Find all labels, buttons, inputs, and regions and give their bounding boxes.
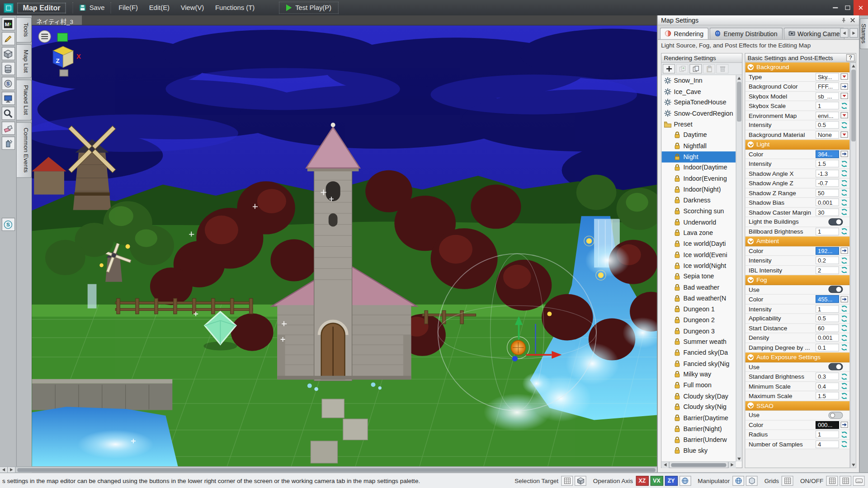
spinner-control-icon[interactable]	[840, 188, 849, 197]
section-background[interactable]: Background	[745, 62, 850, 72]
render-setting-fancied-sky-da[interactable]: Fancied sky(Da	[661, 347, 736, 358]
arrow-control-icon[interactable]	[840, 82, 849, 90]
tab-scroll-left-icon[interactable]	[840, 28, 849, 38]
toggle-auto-exposure-settings-use[interactable]	[828, 363, 843, 371]
map-settings-tab-working-came[interactable]: Working Came	[783, 28, 845, 39]
side-tab-tools[interactable]: Tools	[17, 17, 32, 42]
render-setting-lava-zone[interactable]: Lava zone	[661, 227, 736, 238]
pencil-tool-icon[interactable]	[1, 32, 15, 45]
spinner-control-icon[interactable]	[840, 198, 849, 206]
list-scroll-left-icon[interactable]	[661, 462, 669, 468]
mode-icon[interactable]	[1, 17, 15, 30]
snap-tool-icon[interactable]	[1, 218, 15, 231]
render-setting-sepiatonedhouse[interactable]: SepiaTonedHouse	[661, 97, 736, 108]
value-background-environment-map[interactable]: envi...	[816, 112, 839, 119]
render-setting-bad-weather-n[interactable]: Bad weather(N	[661, 293, 736, 304]
value-auto-exposure-settings-maximum-scale[interactable]: 1.5	[816, 392, 839, 399]
render-setting-cloudy-sky-nig[interactable]: Cloudy sky(Nig	[661, 402, 736, 413]
render-setting-indoor-night[interactable]: Indoor(Night)	[661, 184, 736, 195]
scroll-left-icon[interactable]	[0, 467, 8, 473]
arrow-control-icon[interactable]	[840, 295, 849, 303]
render-setting-milky-way[interactable]: Milky way	[661, 369, 736, 380]
section-ambient[interactable]: Ambient	[745, 236, 850, 246]
spinner-control-icon[interactable]	[840, 333, 849, 342]
list-scroll-right-icon[interactable]	[728, 462, 736, 468]
spinner-control-icon[interactable]	[840, 121, 849, 129]
spinner-control-icon[interactable]	[840, 324, 849, 332]
test-play-button[interactable]: Test Play(P)	[279, 2, 339, 14]
section-light[interactable]: Light	[745, 140, 850, 149]
render-setting-ice-world-night[interactable]: Ice world(Night	[661, 260, 736, 271]
value-light-intensity[interactable]: 1.5	[816, 160, 839, 168]
value-fog-start-distance[interactable]: 60	[816, 324, 839, 332]
value-ambient-color[interactable]: 192...	[816, 247, 839, 254]
axis-globe-icon[interactable]	[679, 475, 691, 485]
render-setting-sepia-tone[interactable]: Sepia tone	[661, 271, 736, 282]
selection-target-stamp-icon[interactable]	[561, 475, 573, 485]
grid-xz-icon[interactable]	[840, 475, 851, 485]
side-tab-common-events[interactable]: Common Events	[17, 122, 32, 178]
value-ssao-color[interactable]: 000...	[816, 421, 839, 429]
snap-hex-icon[interactable]	[746, 475, 758, 485]
cylinder-tool-icon[interactable]	[1, 62, 15, 75]
value-ambient-intensity[interactable]: 0.2	[816, 257, 839, 264]
render-setting-barrier-daytime[interactable]: Barrier(Daytime	[661, 413, 736, 423]
value-background-skybox-model[interactable]: sb_...	[816, 92, 839, 100]
zoom-tool-icon[interactable]	[1, 107, 15, 120]
minimize-button[interactable]	[829, 0, 841, 15]
cube-stamp-tool-icon[interactable]	[1, 47, 15, 60]
spinner-control-icon[interactable]	[840, 169, 849, 178]
axis-button-vx[interactable]: VX	[650, 475, 663, 485]
panel-close-icon[interactable]	[848, 16, 857, 24]
value-fog-color[interactable]: 455...	[816, 295, 839, 303]
value-fog-intensity[interactable]: 1	[816, 305, 839, 313]
render-setting-preset[interactable]: Preset	[661, 119, 736, 130]
spinner-control-icon[interactable]	[840, 305, 849, 313]
rendering-list-scrollbar[interactable]	[736, 75, 742, 461]
arrow-control-icon[interactable]	[840, 150, 849, 158]
grid-xy-icon[interactable]	[826, 475, 838, 485]
render-setting-night[interactable]: Night	[661, 151, 736, 162]
eraser-tool-icon[interactable]	[1, 122, 15, 135]
render-setting-ice-world-eveni[interactable]: Ice world(Eveni	[661, 249, 736, 260]
value-light-shadow-z-range[interactable]: 50	[816, 189, 839, 197]
arrow-control-icon[interactable]	[840, 421, 849, 429]
menu-file-f[interactable]: File(F)	[113, 2, 143, 14]
map-settings-tab-rendering[interactable]: Rendering	[660, 28, 708, 39]
render-setting-scorching-sun[interactable]: Scorching sun	[661, 206, 736, 216]
spinner-control-icon[interactable]	[840, 382, 849, 390]
value-background-background-material[interactable]: None	[816, 131, 839, 139]
render-setting-underworld[interactable]: Underworld	[661, 216, 736, 227]
value-fog-damping-degree-by[interactable]: 0.1	[816, 343, 839, 351]
render-setting-darkness[interactable]: Darkness	[661, 195, 736, 206]
section-ssao[interactable]: SSAO	[745, 401, 850, 410]
tab-scroll-right-icon[interactable]	[849, 28, 858, 38]
value-background-type[interactable]: Sky...	[816, 73, 839, 80]
spinner-control-icon[interactable]	[840, 102, 849, 110]
value-ssao-number-of-samples[interactable]: 4	[816, 441, 839, 448]
value-light-shadow-angle-z[interactable]: -0.7	[816, 179, 839, 187]
add-setting-button[interactable]	[663, 64, 675, 74]
rendering-list-hscrollbar[interactable]	[661, 461, 736, 467]
viewport-3d-scene[interactable]: Z X	[32, 25, 657, 466]
render-setting-cloudy-sky-day[interactable]: Cloudy sky(Day	[661, 391, 736, 402]
slope-tool-icon[interactable]	[1, 77, 15, 90]
spinner-control-icon[interactable]	[840, 227, 849, 235]
value-auto-exposure-settings-standard-brightness[interactable]: 0.3	[816, 373, 839, 380]
value-auto-exposure-settings-minimum-scale[interactable]: 0.4	[816, 382, 839, 390]
properties-scrollbar[interactable]	[850, 62, 857, 468]
copy-button[interactable]	[689, 64, 702, 74]
value-light-color[interactable]: 364...	[816, 150, 839, 158]
grid-icon[interactable]	[782, 475, 793, 485]
render-setting-indoor-daytime[interactable]: Indoor(Daytime	[661, 162, 736, 173]
render-setting-barrier-night[interactable]: Barrier(Night)	[661, 423, 736, 434]
value-ssao-radius[interactable]: 1	[816, 431, 839, 438]
value-background-skybox-scale[interactable]: 1	[816, 102, 839, 109]
render-setting-indoor-evening[interactable]: Indoor(Evening	[661, 173, 736, 184]
dropdown-control-icon[interactable]	[840, 111, 849, 119]
side-tab-placed-list[interactable]: Placed List	[17, 80, 32, 120]
viewport-horizontal-scrollbar[interactable]	[0, 466, 657, 472]
selection-target-model-icon[interactable]	[575, 475, 586, 485]
render-setting-summer-weath[interactable]: Summer weath	[661, 336, 736, 347]
spinner-control-icon[interactable]	[840, 430, 849, 438]
